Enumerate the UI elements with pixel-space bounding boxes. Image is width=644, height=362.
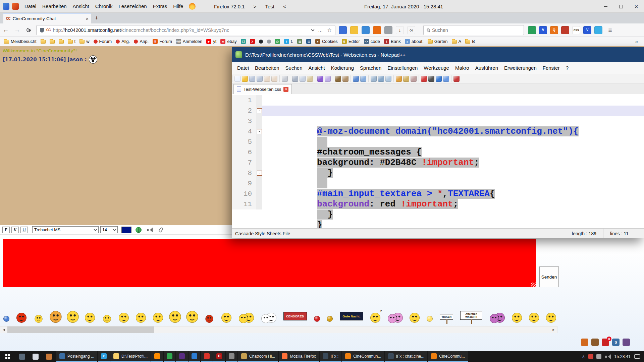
toolbar-icon[interactable] — [282, 76, 288, 82]
task-button[interactable]: Mozilla Firefox — [279, 351, 319, 362]
menu-item[interactable]: Chronik — [92, 0, 116, 13]
bookmark-item[interactable]: t — [66, 38, 78, 46]
italic-button[interactable]: K — [11, 227, 19, 233]
bookmark-item[interactable]: E Editor — [340, 38, 362, 46]
emoticon[interactable] — [314, 316, 320, 322]
fold-marker[interactable] — [256, 158, 262, 168]
emoticon[interactable] — [103, 315, 111, 323]
scroll-left-arrow[interactable]: ◄ — [0, 326, 7, 333]
menu-item[interactable]: Ansicht — [70, 0, 92, 13]
notepad-menu-item[interactable]: Makro — [452, 65, 472, 71]
bookmark-item[interactable]: B — [463, 38, 477, 46]
task-button[interactable]: CineCommu... — [428, 351, 468, 362]
tab-cinecommunity-chat[interactable]: CC CineCommunity-Chat × — [3, 13, 91, 23]
url-dropdown-icon[interactable] — [311, 28, 315, 31]
emoticon[interactable] — [266, 313, 276, 323]
task-button[interactable] — [151, 351, 163, 362]
fold-marker[interactable] — [256, 178, 262, 189]
toolbar-icon[interactable] — [353, 76, 359, 82]
bookmark-item[interactable]: w — [77, 38, 91, 46]
site-identity-icon[interactable]: CC — [46, 28, 50, 32]
task-button[interactable] — [189, 351, 200, 362]
emoticon[interactable] — [529, 313, 539, 323]
font-select[interactable]: Trebuchet MS — [32, 226, 99, 233]
toolbar-icon[interactable] — [264, 76, 270, 82]
menu-item[interactable]: Bearbeiten — [39, 0, 70, 13]
notepad-tab[interactable]: Test-Webseiten.css × — [233, 84, 292, 94]
emoticon[interactable] — [119, 313, 129, 323]
underline-button[interactable]: U — [20, 227, 28, 233]
bookmark-item[interactable] — [39, 38, 48, 46]
bookmark-item[interactable]: Garten — [426, 38, 450, 46]
addon-icon[interactable] — [528, 26, 536, 34]
taskbar-clock[interactable]: 15:28:41 — [614, 354, 631, 359]
addon-icon[interactable] — [561, 26, 569, 34]
overflow-icon[interactable] — [623, 339, 630, 346]
toolbar-icon[interactable] — [242, 76, 248, 82]
bookmark-item[interactable]: Allg. — [114, 38, 132, 46]
action-center-icon[interactable] — [634, 354, 640, 359]
task-button[interactable]: Posteingang ... — [56, 351, 97, 362]
scrollbar-thumb[interactable] — [7, 326, 154, 333]
start-button[interactable] — [0, 351, 15, 362]
url-bar[interactable]: CC http://hc042001.smartconfig.net/cinec… — [36, 25, 335, 35]
toolbar-icon[interactable] — [300, 76, 306, 82]
fold-marker[interactable] — [256, 95, 262, 106]
emoticon[interactable]: CENSORED — [283, 312, 307, 320]
addon-icon[interactable]: Q — [550, 26, 558, 34]
fold-marker[interactable] — [256, 199, 262, 209]
overflow-icon[interactable] — [581, 339, 588, 346]
toolbar-icon[interactable] — [234, 76, 240, 82]
flame-icon[interactable] — [189, 3, 196, 10]
forward-button[interactable]: → — [11, 25, 23, 35]
task-button[interactable]: !Fx : chat.cine... — [385, 351, 428, 362]
menu-item[interactable]: Hilfe — [170, 0, 186, 13]
addon-icon[interactable] — [594, 26, 602, 34]
overflow-icon[interactable] — [591, 339, 599, 346]
emoticon[interactable] — [153, 313, 163, 323]
close-button[interactable]: × — [629, 0, 644, 13]
pinned-app-button[interactable] — [29, 351, 42, 362]
menu-item[interactable]: Datei — [21, 0, 39, 13]
menu-item[interactable]: Extras — [150, 0, 170, 13]
font-color-button[interactable] — [121, 227, 131, 233]
toolbar-icon[interactable] — [335, 76, 341, 82]
fold-marker[interactable] — [256, 137, 262, 147]
task-button[interactable]: D — [213, 351, 225, 362]
notepad-menu-item[interactable]: Erweiterungen — [501, 65, 540, 71]
pinned-app-button[interactable] — [42, 351, 56, 362]
bookmark-item[interactable]: @ — [273, 38, 282, 46]
url-text[interactable]: http://hc042001.smartconfig.net/cinecomc… — [53, 27, 229, 33]
emoticon[interactable] — [67, 311, 78, 323]
scrollbar-track[interactable] — [154, 326, 550, 333]
toolbar-icon[interactable] — [342, 76, 348, 82]
bookmark-item[interactable] — [57, 38, 66, 46]
bookmark-item[interactable]: ▶ yt — [204, 38, 218, 46]
task-button[interactable]: e — [98, 351, 110, 362]
task-button[interactable] — [176, 351, 188, 362]
notepad-menu-item[interactable]: Ausführen — [472, 65, 501, 71]
shield-icon[interactable] — [40, 28, 44, 33]
new-tab-button[interactable]: + — [91, 13, 102, 23]
toolbar-icon[interactable] — [292, 76, 298, 82]
toolbar-icon[interactable] — [421, 76, 427, 82]
sound-button[interactable] — [146, 226, 154, 234]
emoticon[interactable] — [85, 313, 95, 323]
tray-chevron-icon[interactable]: ∧ — [582, 354, 585, 359]
bookmark-item[interactable] — [265, 38, 273, 46]
toolbar-icon[interactable] — [396, 76, 402, 82]
bookmark-item[interactable]: ▤ — [304, 38, 313, 46]
notepad-menu-item[interactable]: Fenster — [540, 65, 563, 71]
task-button[interactable] — [201, 351, 213, 362]
emoticon[interactable] — [205, 315, 213, 323]
bold-button[interactable]: F — [2, 227, 10, 233]
search-bar[interactable] — [423, 25, 524, 35]
notepad-menu-item[interactable]: Werkzeuge — [421, 65, 452, 71]
search-input[interactable] — [432, 27, 521, 33]
toolbar-icon[interactable] — [384, 26, 392, 34]
task-button[interactable] — [226, 351, 237, 362]
toolbar-icon[interactable] — [371, 76, 377, 82]
font-size-select[interactable]: 14 — [100, 226, 118, 233]
task-button[interactable]: D:\Test\Profil... — [110, 351, 151, 362]
toolbar-icon[interactable] — [443, 76, 449, 82]
